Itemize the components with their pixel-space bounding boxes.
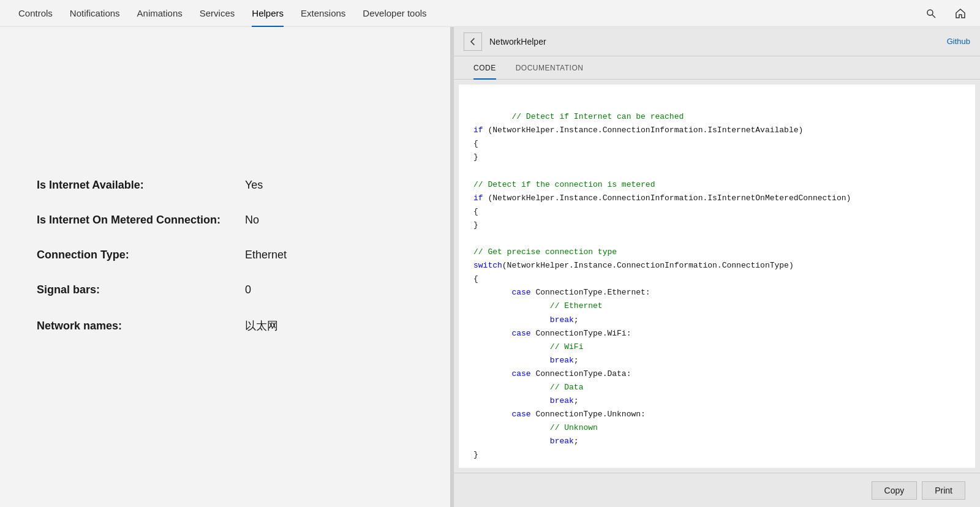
right-tabs: CODE DOCUMENTATION — [454, 56, 980, 80]
nav-animations[interactable]: Animations — [129, 0, 191, 27]
nav-right-icons — [921, 4, 970, 23]
tab-code[interactable]: CODE — [464, 56, 506, 80]
info-row-internet-available: Is Internet Available: Yes — [37, 179, 413, 192]
nav-extensions[interactable]: Extensions — [292, 0, 354, 27]
label-metered: Is Internet On Metered Connection: — [37, 214, 245, 227]
nav-notifications[interactable]: Notifications — [61, 0, 129, 27]
label-network-names: Network names: — [37, 320, 245, 332]
left-panel: Is Internet Available: Yes Is Internet O… — [0, 27, 450, 507]
value-metered: No — [245, 214, 259, 227]
back-button[interactable] — [464, 32, 482, 51]
code-block: // Detect if Internet can be reached if … — [473, 97, 960, 468]
search-icon[interactable] — [921, 4, 941, 23]
svg-line-1 — [932, 15, 935, 18]
code-area[interactable]: // Detect if Internet can be reached if … — [459, 85, 975, 468]
print-button[interactable]: Print — [922, 481, 965, 500]
copy-button[interactable]: Copy — [872, 481, 918, 500]
info-row-signal-bars: Signal bars: 0 — [37, 284, 413, 296]
value-signal-bars: 0 — [245, 284, 251, 296]
label-connection-type: Connection Type: — [37, 249, 245, 261]
top-nav: Controls Notifications Animations Servic… — [0, 0, 980, 27]
value-network-names: 以太网 — [245, 318, 278, 333]
main-content: Is Internet Available: Yes Is Internet O… — [0, 27, 980, 507]
nav-helpers[interactable]: Helpers — [243, 0, 292, 27]
right-panel-header: NetworkHelper Github — [454, 27, 980, 56]
value-internet-available: Yes — [245, 179, 263, 192]
info-row-connection-type: Connection Type: Ethernet — [37, 249, 413, 261]
right-footer: Copy Print — [454, 473, 980, 507]
info-row-network-names: Network names: 以太网 — [37, 318, 413, 333]
tab-documentation[interactable]: DOCUMENTATION — [506, 56, 594, 80]
info-row-metered: Is Internet On Metered Connection: No — [37, 214, 413, 227]
value-connection-type: Ethernet — [245, 249, 287, 261]
nav-services[interactable]: Services — [191, 0, 244, 27]
home-icon[interactable] — [951, 4, 970, 23]
nav-controls[interactable]: Controls — [10, 0, 61, 27]
github-link[interactable]: Github — [947, 37, 970, 46]
label-internet-available: Is Internet Available: — [37, 179, 245, 192]
svg-point-0 — [927, 10, 933, 15]
panel-title: NetworkHelper — [489, 37, 947, 47]
right-panel: NetworkHelper Github CODE DOCUMENTATION … — [454, 27, 980, 507]
label-signal-bars: Signal bars: — [37, 284, 245, 296]
nav-developer-tools[interactable]: Developer tools — [354, 0, 435, 27]
